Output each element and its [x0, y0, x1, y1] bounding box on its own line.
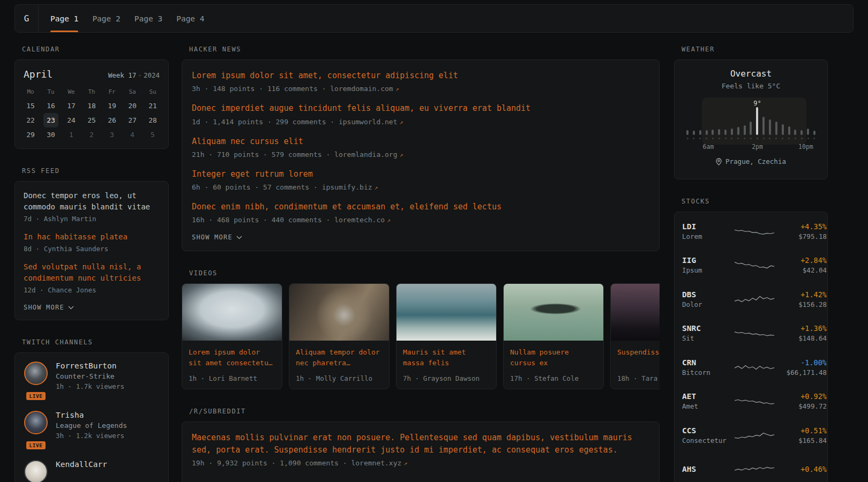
- weather-hour-column: [744, 125, 746, 139]
- stock-row[interactable]: DBSDolor+1.42%$156.28: [682, 282, 820, 317]
- hn-story-title[interactable]: Aliquam nec cursus elit: [192, 135, 649, 148]
- stock-sparkline: [735, 292, 774, 306]
- hn-story: Integer eget rutrum lorem6h · 60 points …: [192, 168, 649, 191]
- hn-story-title[interactable]: Integer eget rutrum lorem: [192, 168, 649, 180]
- channel-name[interactable]: Trisha: [56, 411, 127, 419]
- stock-row[interactable]: AHS+0.46%: [682, 453, 820, 482]
- rss-item-title[interactable]: Sed volutpat nulla nisl, a condimentum n…: [24, 261, 160, 284]
- tab-page-2[interactable]: Page 2: [92, 5, 120, 32]
- stock-row[interactable]: LDILorem+4.35%$795.18: [682, 214, 820, 248]
- channel-game: Counter-Strike: [56, 372, 124, 380]
- calendar-widget: April Week 17·2024 MoTuWeThFrSaSu 151617…: [14, 59, 169, 149]
- app-logo[interactable]: G: [15, 5, 39, 32]
- channel-name[interactable]: KendallCarr: [56, 460, 107, 469]
- weather-hour-column: [807, 129, 809, 139]
- hn-show-more-button[interactable]: SHOW MORE: [192, 234, 649, 241]
- hn-story-domain[interactable]: loremdomain.com: [330, 85, 393, 93]
- stock-row[interactable]: AETAmet+0.92%$499.72: [682, 385, 820, 419]
- videos-section: VIDEOS Lorem ipsum dolor sit amet consec…: [182, 269, 660, 389]
- stock-symbol: AET: [682, 392, 730, 401]
- channel-avatar-wrap: LIVE: [24, 362, 48, 400]
- twitch-channel[interactable]: LIVETrishaLeague of Legends3h · 1.2k vie…: [24, 411, 160, 449]
- external-link-icon: ↗: [403, 460, 407, 467]
- twitch-channel[interactable]: KendallCarr: [24, 460, 160, 482]
- weather-hour-column: [737, 127, 739, 139]
- weather-hour-column: [800, 130, 803, 139]
- rss-item-title[interactable]: Donec tempor eros leo, ut commodo mauris…: [24, 190, 160, 213]
- stock-name: Sit: [682, 334, 730, 342]
- video-card[interactable]: Lorem ipsum dolor sit amet consectetu…1h…: [182, 283, 282, 389]
- video-title[interactable]: Aliquam tempor dolor nec pharetra…: [296, 347, 383, 368]
- stocks-section-title: STOCKS: [682, 198, 828, 205]
- left-column: CALENDAR April Week 17·2024 MoTuWeThFrSa…: [14, 46, 169, 482]
- video-card[interactable]: Aliquam tempor dolor nec pharetra…1h · M…: [289, 283, 390, 389]
- channel-info: TrishaLeague of Legends3h · 1.2k viewers: [56, 411, 127, 440]
- tab-page-1[interactable]: Page 1: [50, 5, 78, 32]
- channel-name[interactable]: ForrestBurton: [56, 362, 124, 370]
- video-meta: 18h · Tara: [617, 369, 660, 382]
- weather-hour-dot: [744, 138, 745, 139]
- subreddit-post-domain[interactable]: loremnet.xyz: [351, 459, 401, 467]
- video-title[interactable]: Lorem ipsum dolor sit amet consectetu…: [189, 347, 275, 368]
- subreddit-post: Maecenas mollis pulvinar erat non posuer…: [192, 432, 649, 468]
- stock-price: $148.64: [779, 334, 827, 342]
- rss-show-more-button[interactable]: SHOW MORE: [24, 304, 160, 311]
- rss-item-title[interactable]: In hac habitasse platea: [24, 231, 160, 243]
- hn-story-domain[interactable]: ipsumify.biz: [322, 183, 372, 191]
- hn-story-domain[interactable]: loremlandia.org: [334, 150, 397, 159]
- stocks-widget: LDILorem+4.35%$795.18IIGIpsum+2.84%$42.0…: [674, 212, 828, 482]
- page-tabs: Page 1Page 2Page 3Page 4: [39, 5, 205, 32]
- hacker-news-list: Lorem ipsum dolor sit amet, consectetur …: [192, 70, 649, 224]
- weather-hour-dot: [699, 138, 701, 139]
- sparkline-chart: [735, 224, 774, 238]
- stock-name: Amet: [682, 402, 730, 410]
- tab-page-4[interactable]: Page 4: [176, 5, 204, 32]
- hn-story-domain[interactable]: loremtech.co: [334, 216, 385, 224]
- weather-hour-dot: [706, 138, 707, 139]
- stock-row[interactable]: CCSConsectetur+0.51%$165.84: [682, 418, 820, 453]
- weather-hour-column: [750, 122, 752, 139]
- calendar-days-grid: 1516171819202122232425262728293012345: [15, 99, 168, 148]
- tab-page-3[interactable]: Page 3: [134, 5, 162, 32]
- stock-symbol: AHS: [682, 465, 730, 473]
- video-meta: 17h · Stefan Cole: [510, 369, 597, 382]
- weather-hour-dot: [775, 138, 777, 139]
- stock-sparkline: [735, 428, 774, 442]
- video-card[interactable]: Mauris sit amet massa felis7h · Grayson …: [396, 283, 497, 389]
- stock-price: $156.28: [779, 300, 827, 308]
- video-title[interactable]: Suspendisse diam: [617, 347, 660, 358]
- weather-time-label: 6am: [703, 143, 714, 150]
- weather-bar: [693, 131, 695, 135]
- stock-identity: CRNBitcorn: [682, 358, 730, 376]
- weather-hour-dot: [750, 138, 752, 139]
- video-card-body: Mauris sit amet massa felis7h · Grayson …: [396, 341, 496, 388]
- stock-symbol: LDI: [682, 222, 730, 231]
- rss-item: Donec tempor eros leo, ut commodo mauris…: [24, 190, 160, 223]
- stock-row[interactable]: CRNBitcorn-1.00%$66,171.48: [682, 350, 820, 385]
- subreddit-post-title[interactable]: Maecenas mollis pulvinar erat non posuer…: [192, 432, 649, 457]
- video-meta: 7h · Grayson Dawson: [403, 369, 490, 382]
- stock-sparkline: [735, 224, 774, 238]
- video-title[interactable]: Nullam posuere cursus ex: [510, 347, 597, 368]
- hn-story-domain[interactable]: ipsumworld.net: [339, 118, 398, 126]
- calendar-month: April: [24, 69, 53, 80]
- hn-story-title[interactable]: Donec imperdiet augue tincidunt felis al…: [192, 102, 649, 115]
- video-title[interactable]: Mauris sit amet massa felis: [403, 347, 490, 368]
- weather-hour-column: [693, 131, 695, 139]
- weather-hour-dot: [769, 138, 770, 139]
- hn-story-title[interactable]: Lorem ipsum dolor sit amet, consectetur …: [192, 70, 649, 82]
- weather-hour-dot: [813, 138, 815, 139]
- subreddit-post-meta: 19h · 9,932 points · 1,090 comments · lo…: [192, 459, 649, 467]
- calendar-day: 20: [125, 99, 140, 113]
- video-card[interactable]: Nullam posuere cursus ex17h · Stefan Col…: [503, 283, 604, 389]
- weather-hourly-chart: 9° 6am2pm10pm: [683, 95, 819, 151]
- weather-hour-column: [724, 130, 727, 139]
- stock-row[interactable]: IIGIpsum+2.84%$42.04: [682, 248, 820, 283]
- video-card[interactable]: Suspendisse diam18h · Tara: [610, 283, 660, 389]
- stock-row[interactable]: SNRCSit+1.36%$148.64: [682, 317, 820, 351]
- twitch-channel[interactable]: LIVEForrestBurtonCounter-Strike1h · 1.7k…: [24, 362, 160, 400]
- channel-meta: 1h · 1.7k viewers: [56, 382, 124, 390]
- hn-story-title[interactable]: Donec enim nibh, condimentum et accumsan…: [192, 201, 649, 213]
- weather-hour-dot: [712, 138, 714, 139]
- chevron-down-icon: [68, 306, 74, 310]
